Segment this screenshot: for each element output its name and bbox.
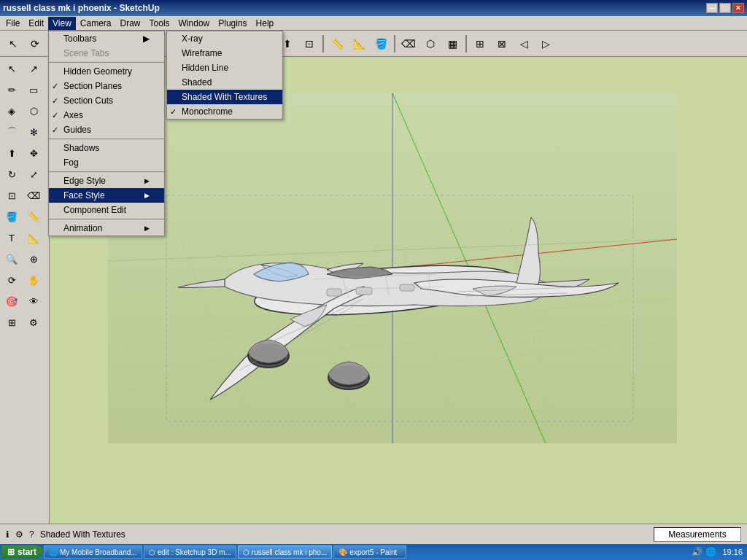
toolbar-components[interactable]: ⬡: [420, 34, 441, 54]
left-tool-12[interactable]: ⤢: [23, 164, 44, 184]
taskbar-item-3-icon: ⬡: [243, 548, 249, 556]
toolbar-zoom-window[interactable]: ⊠: [492, 34, 512, 54]
menu-file[interactable]: File: [1, 17, 24, 30]
menu-plugins[interactable]: Plugins: [214, 17, 251, 30]
left-tool-11[interactable]: ↻: [1, 164, 22, 184]
toolbar-tape[interactable]: 📏: [327, 34, 347, 54]
view-fog[interactable]: Fog: [49, 155, 164, 170]
left-tool-3[interactable]: ✏: [1, 79, 22, 100]
left-tool-24[interactable]: 👁: [23, 291, 44, 311]
view-section-planes[interactable]: Section Planes: [49, 79, 164, 93]
left-select2[interactable]: ↗: [23, 58, 44, 79]
menu-window[interactable]: Window: [174, 17, 214, 30]
taskbar-item-1[interactable]: 🌐 My Mobile Broadband...: [44, 545, 142, 559]
taskbar-item-4[interactable]: 🎨 export5 - Paint: [333, 545, 406, 559]
start-button[interactable]: ⊞ start: [1, 545, 42, 559]
taskbar-item-1-icon: 🌐: [49, 548, 58, 556]
view-component-edit[interactable]: Component Edit: [49, 203, 164, 217]
left-tool-8[interactable]: ✻: [23, 122, 44, 142]
toolbar-paint[interactable]: 🪣: [371, 34, 391, 54]
face-style-xray[interactable]: X-ray: [167, 31, 282, 46]
left-tool-26[interactable]: ⚙: [23, 312, 44, 332]
toolbar-eraser[interactable]: ⌫: [398, 34, 419, 54]
menu-help[interactable]: Help: [252, 17, 279, 30]
view-menu-dropdown: Toolbars ▶ Scene Tabs Hidden Geometry Se…: [48, 31, 165, 236]
left-tool-9[interactable]: ⬆: [1, 143, 22, 163]
left-tool-13[interactable]: ⊡: [1, 185, 22, 206]
view-guides[interactable]: Guides: [49, 122, 164, 137]
left-tool-22[interactable]: ✋: [23, 270, 44, 290]
start-label: start: [18, 547, 36, 557]
status-bar: ℹ ⚙ ? Shaded With Textures Measurements: [0, 524, 747, 544]
menu-draw[interactable]: Draw: [116, 17, 145, 30]
svg-rect-25: [327, 289, 341, 296]
svg-rect-27: [400, 284, 414, 291]
info-icon: ℹ: [6, 529, 9, 540]
start-icon: ⊞: [7, 547, 15, 557]
taskbar-item-4-icon: 🎨: [338, 548, 347, 556]
taskbar-item-3[interactable]: ⬡ russell class mk i pho...: [238, 545, 332, 559]
face-style-hidden-line[interactable]: Hidden Line: [167, 61, 282, 75]
title-bar: russell class mk i phoenix - SketchUp — …: [0, 0, 747, 16]
toolbar-offset[interactable]: ⊡: [299, 34, 320, 54]
separator-4: [49, 219, 164, 219]
view-toolbars[interactable]: Toolbars ▶: [49, 31, 164, 46]
face-style-shaded[interactable]: Shaded: [167, 75, 282, 90]
toolbar-groups[interactable]: ▦: [442, 34, 462, 54]
left-tool-16[interactable]: 📏: [23, 206, 44, 227]
face-style-monochrome[interactable]: Monochrome: [167, 104, 282, 119]
view-scene-tabs: Scene Tabs: [49, 46, 164, 61]
minimize-button[interactable]: —: [706, 3, 718, 13]
view-face-style[interactable]: Face Style: [49, 188, 164, 203]
taskbar-item-2[interactable]: ⬡ edit : Sketchup 3D m...: [144, 545, 236, 559]
left-tool-7[interactable]: ⌒: [1, 122, 22, 142]
toolbar-zoom-extents[interactable]: ⊞: [470, 34, 490, 54]
toolbar-separator-5: [465, 35, 467, 52]
view-edge-style[interactable]: Edge Style: [49, 174, 164, 188]
left-tool-14[interactable]: ⌫: [23, 185, 44, 206]
toolbar-select[interactable]: ↖: [3, 34, 23, 54]
toolbar-previous-view[interactable]: ◁: [514, 34, 534, 54]
menu-tools[interactable]: Tools: [145, 17, 174, 30]
toolbar-orbit[interactable]: ⟳: [25, 34, 45, 54]
left-tool-5[interactable]: ◈: [1, 101, 22, 121]
left-select[interactable]: ↖: [1, 58, 22, 79]
taskbar-item-1-label: My Mobile Broadband...: [60, 548, 137, 556]
left-tool-18[interactable]: 📐: [23, 228, 44, 248]
left-tool-19[interactable]: 🔍: [1, 249, 22, 269]
separator-1: [49, 62, 164, 63]
left-tool-21[interactable]: ⟳: [1, 270, 22, 290]
view-animation[interactable]: Animation: [49, 221, 164, 236]
menu-view[interactable]: View: [48, 17, 76, 30]
view-shadows[interactable]: Shadows: [49, 141, 164, 155]
menu-bar: File Edit View Camera Draw Tools Window …: [0, 16, 747, 31]
system-clock: 19:16: [719, 548, 746, 556]
maximize-button[interactable]: □: [719, 3, 731, 13]
toolbar-next-view[interactable]: ▷: [535, 34, 556, 54]
close-button[interactable]: ✕: [732, 3, 744, 13]
menu-camera[interactable]: Camera: [76, 17, 116, 30]
taskbar-item-3-label: russell class mk i pho...: [252, 548, 327, 556]
face-style-shaded-textures[interactable]: Shaded With Textures: [167, 90, 282, 104]
toolbar-protractor[interactable]: 📐: [349, 34, 369, 54]
left-tool-17[interactable]: T: [1, 228, 22, 248]
left-tool-6[interactable]: ⬡: [23, 101, 44, 121]
title-bar-buttons: — □ ✕: [706, 3, 744, 13]
left-tool-23[interactable]: 🎯: [1, 291, 22, 311]
left-tool-15[interactable]: 🪣: [1, 206, 22, 227]
app-title: russell class mk i phoenix - SketchUp: [3, 3, 160, 13]
view-hidden-geometry[interactable]: Hidden Geometry: [49, 64, 164, 79]
view-section-cuts[interactable]: Section Cuts: [49, 93, 164, 108]
model-viewport: [108, 93, 677, 443]
face-style-wireframe[interactable]: Wireframe: [167, 46, 282, 61]
left-tool-20[interactable]: ⊕: [23, 249, 44, 269]
view-axes[interactable]: Axes: [49, 108, 164, 122]
left-tool-4[interactable]: ▭: [23, 79, 44, 100]
menu-edit[interactable]: Edit: [24, 17, 48, 30]
left-tool-10[interactable]: ✥: [23, 143, 44, 163]
separator-3: [49, 171, 164, 172]
measurements-field[interactable]: Measurements: [654, 527, 741, 542]
toolbar-separator-4: [394, 35, 395, 52]
toolbar-separator-3: [322, 35, 324, 52]
left-tool-25[interactable]: ⊞: [1, 312, 22, 332]
